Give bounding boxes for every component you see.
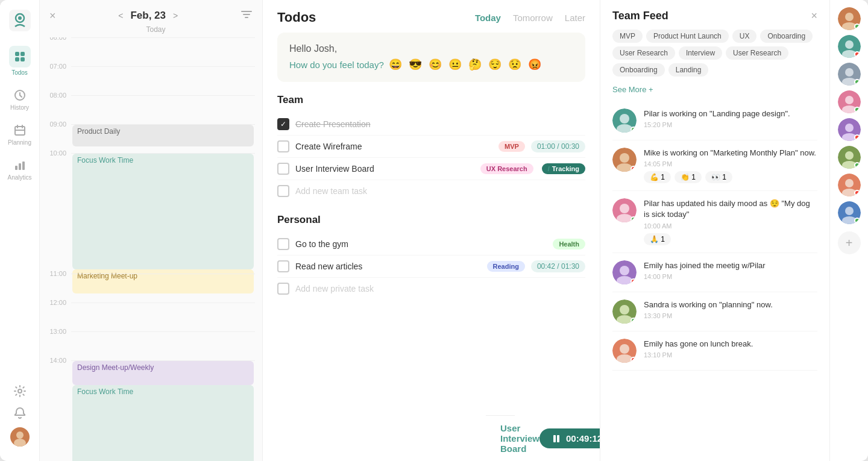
right-avatar-3[interactable] xyxy=(838,63,861,86)
feed-avatar-3 xyxy=(612,198,637,222)
timer-pause-button[interactable]: 00:49:12 / 01:30 xyxy=(539,428,600,448)
sidebar-item-history[interactable]: History xyxy=(0,83,39,116)
sidebar-item-planning[interactable]: Planning xyxy=(0,118,39,151)
app-logo[interactable] xyxy=(9,10,31,31)
svg-point-12 xyxy=(18,389,22,393)
reaction-clap[interactable]: 👏 1 xyxy=(675,171,702,183)
event-focus-work-1[interactable]: Focus Work Time xyxy=(72,154,254,269)
svg-point-39 xyxy=(845,151,854,160)
tag-ux-research[interactable]: UX Research xyxy=(480,163,533,174)
feed-text-1: Pilar is working on "Landing page design… xyxy=(644,108,817,119)
task-checkbox-gym[interactable] xyxy=(277,238,289,250)
tag-cloud-interview[interactable]: Interview xyxy=(679,46,722,60)
settings-icon[interactable] xyxy=(13,384,27,398)
event-product-daily[interactable]: Product Daily xyxy=(72,125,254,146)
svg-point-29 xyxy=(845,13,854,21)
time-row-11: 11:00 xyxy=(40,274,262,303)
feed-content-5: Sandra is working on "planning" now. 13:… xyxy=(644,299,817,324)
svg-point-27 xyxy=(620,344,629,354)
svg-rect-4 xyxy=(20,52,25,56)
feed-time-4: 14:00 PM xyxy=(644,273,817,280)
tag-tracking[interactable]: / Tracking xyxy=(542,163,585,174)
tag-health[interactable]: Health xyxy=(553,239,585,249)
svg-point-24 xyxy=(617,276,632,284)
user-avatar[interactable] xyxy=(10,427,30,447)
svg-point-43 xyxy=(845,207,854,215)
task-time-reading: 00:42 / 01:30 xyxy=(531,260,585,272)
time-line-12 xyxy=(71,303,255,331)
right-add-button[interactable]: + xyxy=(838,231,861,254)
tag-cloud-onboarding1[interactable]: Onboarding xyxy=(760,30,813,43)
tag-cloud-ux[interactable]: UX xyxy=(732,30,757,43)
tag-cloud-onboarding2[interactable]: Onboarding xyxy=(612,63,665,77)
timer-controls: 00:49:12 / 01:30 ⤢ xyxy=(539,428,600,448)
tag-mvp[interactable]: MVP xyxy=(498,141,525,152)
right-avatar-7[interactable] xyxy=(838,174,861,196)
tag-cloud-product-hunt[interactable]: Product Hunt Launch xyxy=(646,30,729,43)
feed-title: Team Feed xyxy=(612,10,668,22)
task-checkbox-interview[interactable] xyxy=(277,163,289,175)
event-design-meetup[interactable]: Design Meet-up/Weekly xyxy=(72,361,254,385)
right-avatar-6[interactable] xyxy=(838,146,861,169)
tag-cloud-user-research1[interactable]: User Research xyxy=(612,46,675,60)
tag-cloud-user-research2[interactable]: User Research xyxy=(726,46,788,60)
add-team-task[interactable]: Add new team task xyxy=(277,180,585,202)
svg-point-2 xyxy=(18,16,22,20)
time-line-14: Design Meet-up/Weekly Focus Work Time xyxy=(71,360,255,389)
task-checkbox-presentation[interactable] xyxy=(277,118,289,130)
task-checkbox-reading[interactable] xyxy=(277,260,289,272)
sidebar-item-analytics[interactable]: Analytics xyxy=(0,153,39,186)
right-avatar-2[interactable] xyxy=(838,35,861,58)
calendar-filter-button[interactable] xyxy=(241,8,253,23)
see-more-button[interactable]: See More + xyxy=(600,83,829,101)
event-focus-work-2[interactable]: Focus Work Time xyxy=(72,385,254,461)
planning-icon xyxy=(13,123,27,137)
feed-status-dot-6 xyxy=(631,357,637,363)
tag-cloud-landing[interactable]: Landing xyxy=(668,63,709,77)
svg-point-31 xyxy=(845,40,854,49)
task-gym: Go to the gym Health xyxy=(277,233,585,256)
time-row-09: 09:00 Product Daily xyxy=(40,124,262,153)
add-personal-task[interactable]: Add new private task xyxy=(277,278,585,299)
notifications-icon[interactable] xyxy=(13,406,27,420)
right-avatar-status-1 xyxy=(854,24,860,30)
timer-task-name: User Interview Board xyxy=(500,423,539,454)
right-avatar-4[interactable] xyxy=(838,90,861,113)
calendar-close-button[interactable]: × xyxy=(49,10,56,22)
todos-label: Todos xyxy=(11,69,28,76)
calendar-next-button[interactable]: > xyxy=(171,10,180,22)
time-label-07: 07:00 xyxy=(40,63,71,70)
todos-panel: Todos Today Tomorrow Later Hello Josh, H… xyxy=(263,0,600,461)
history-icon xyxy=(13,88,27,102)
right-avatar-8[interactable] xyxy=(838,201,861,224)
team-section: Team Create Presentation Create Wirefram… xyxy=(277,94,585,202)
tag-cloud: MVP Product Hunt Launch UX Onboarding Us… xyxy=(600,30,829,83)
svg-point-41 xyxy=(845,179,854,187)
add-personal-task-label: Add new private task xyxy=(295,284,374,293)
tab-tomorrow[interactable]: Tomorrow xyxy=(513,13,553,23)
calendar-scroll: 06:00 07:00 08:00 09:00 Product Daily xyxy=(40,37,262,461)
add-team-task-label: Add new team task xyxy=(295,186,367,196)
right-avatar-5[interactable] xyxy=(838,118,861,141)
feed-content-3: Pilar has updated his daily mood as 😌 "M… xyxy=(644,198,817,245)
reaction-muscle[interactable]: 💪 1 xyxy=(644,171,671,183)
personal-section-title: Personal xyxy=(277,214,585,226)
analytics-label: Analytics xyxy=(7,174,31,181)
feed-close-button[interactable]: × xyxy=(811,10,817,22)
task-checkbox-wireframe[interactable] xyxy=(277,140,289,152)
calendar-date: Feb, 23 xyxy=(130,10,166,22)
reaction-eyes[interactable]: 👀 1 xyxy=(705,171,732,183)
right-avatar-1[interactable] xyxy=(838,7,861,30)
feed-text-3: Pilar has updated his daily mood as 😌 "M… xyxy=(644,198,817,220)
calendar-prev-button[interactable]: < xyxy=(116,10,125,22)
feed-item-4: Emily has joined the meetig w/Pilar 14:0… xyxy=(612,253,817,292)
time-label-09: 09:00 xyxy=(40,121,71,128)
tag-cloud-mvp[interactable]: MVP xyxy=(612,30,643,43)
reaction-pray[interactable]: 🙏 1 xyxy=(644,233,671,245)
tab-later[interactable]: Later xyxy=(565,13,585,23)
sidebar-item-todos[interactable]: Todos xyxy=(0,41,39,81)
tag-reading[interactable]: Reading xyxy=(487,261,525,272)
left-sidebar: Todos History Planning Analytics xyxy=(0,0,40,461)
mood-emojis[interactable]: 😄 😎 😊 😐 🤔 😌 😟 😡 xyxy=(389,58,543,71)
tab-today[interactable]: Today xyxy=(475,13,501,23)
